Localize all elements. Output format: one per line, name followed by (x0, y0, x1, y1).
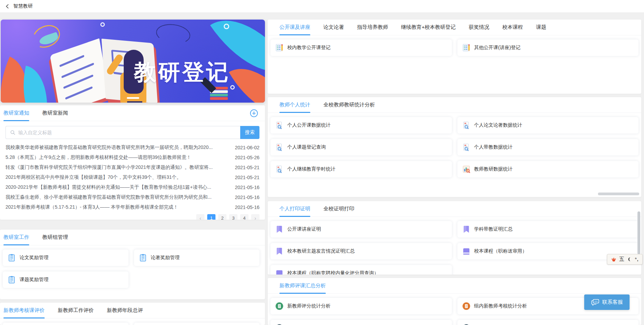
banner-person-legs (127, 101, 142, 103)
scrollbar-thumb[interactable] (637, 211, 640, 254)
card-project-query[interactable]: 个人课题登记查询 (270, 139, 452, 155)
card-label: 个人带教数据统计 (474, 144, 513, 150)
input-method-toolbar[interactable]: 五 °, (607, 254, 643, 265)
notice-date: 2021-06-02 (235, 145, 259, 150)
scrollbar-thumb[interactable] (598, 193, 639, 195)
crescent-moon-icon[interactable] (627, 257, 632, 262)
tab-assessment-lesson-eval[interactable]: 新教师考核课评价 (3, 303, 45, 318)
print-tabbar: 个人打印证明 全校证明打印 (268, 201, 641, 217)
notice-date: 2021-05-16 (235, 185, 259, 190)
tab-review-summary[interactable]: 新教师评课汇总分析 (279, 278, 326, 293)
search-input[interactable] (18, 130, 236, 135)
tab-personal-print[interactable]: 个人打印证明 (279, 201, 310, 217)
wubi-mode-indicator[interactable]: 五 (619, 256, 624, 263)
tab-open-class-lecture[interactable]: 公开课及讲座 (279, 20, 310, 35)
open-class-panel: 公开课及讲座 论文论著 指导培养教师 继续教育+校本教研登记 获奖情况 校本课程… (268, 20, 641, 94)
tab-group-management[interactable]: 教研组管理 (42, 230, 68, 245)
carousel-indicator[interactable] (127, 97, 139, 99)
card-internal-open-class[interactable]: 校内教学公开课登记 (270, 39, 452, 56)
next-page-button[interactable]: › (251, 214, 259, 220)
notice-item[interactable]: 2020-2021学年【新教师考核】需提交材料的补充通知——关于【教育教学经验总… (5, 182, 259, 192)
card-label: 课题奖励管理 (20, 277, 48, 283)
tab-awards[interactable]: 获奖情况 (469, 20, 489, 35)
punctuation-mode-indicator[interactable]: °, (635, 257, 639, 262)
tab-school-stats[interactable]: 全校教师教研统计分析 (323, 97, 375, 113)
card-speech-certificate[interactable]: 校本教研主题发言情况证明汇总 (270, 243, 452, 259)
topbar: 智慧教研 (0, 0, 644, 12)
add-notice-icon[interactable] (250, 109, 258, 117)
tab-school-print[interactable]: 全校证明打印 (323, 201, 354, 217)
card-label: 论著奖励管理 (151, 255, 180, 261)
notice-date: 2021-05-21 (235, 175, 259, 180)
page-button-1[interactable]: 1 (207, 214, 215, 220)
notice-date: 2021-05-26 (235, 155, 259, 160)
card-lecture-certificate[interactable]: 公开课讲座证明 (270, 221, 452, 237)
tab-continuing-education[interactable]: 继续教育+校本教研登记 (401, 20, 456, 35)
new-teacher-eval-panel: 新教师考核课评价 新教师工作评价 新教师年段总评 (0, 303, 265, 325)
tab-projects[interactable]: 课题 (536, 20, 546, 35)
card-open-class-stats[interactable]: 个人公开课数据统计 (270, 117, 452, 134)
doc-magnifier-icon (275, 143, 284, 151)
card-partial[interactable] (270, 320, 452, 325)
card-paper-award[interactable]: 论文奖励管理 (3, 249, 129, 266)
chat-bubbles-icon (591, 299, 599, 306)
card-continuing-ed-hours[interactable]: 个人继续教育学时统计 (270, 161, 452, 177)
notice-date: 2021-05-16 (235, 205, 259, 210)
eval-cards (0, 318, 265, 325)
card-label: 校本课程（职称送审用） (474, 248, 527, 254)
checklist-pencil-icon (275, 44, 284, 52)
card-label: 教师教研数据统计 (474, 166, 513, 172)
card-partial[interactable] (134, 323, 260, 325)
back-icon[interactable] (5, 4, 10, 9)
tab-papers[interactable]: 论文论著 (323, 20, 344, 35)
notice-item[interactable]: 我校康美华老师被福建教育学院基础教育研究院外语教育研究所聘为第一届研究员，聘期为… (5, 142, 259, 152)
page-button-3[interactable]: 3 (229, 214, 237, 220)
tab-office-work[interactable]: 教研室工作 (3, 230, 29, 245)
card-school-course-score-query[interactable]: 校本课程（职称竞聘校内量化评分用查询） (270, 265, 452, 275)
page-title: 智慧教研 (13, 3, 33, 9)
card-label: 校内教学公开课登记 (287, 45, 331, 51)
card-partial[interactable] (457, 320, 639, 325)
notice-search-row: 搜索 (5, 126, 259, 139)
notice-item[interactable]: 2021年新教师考核课（5.17-5.21）- 体育3人—— 本学年新教师考核课… (5, 202, 259, 212)
contact-support-button[interactable]: 联系客服 (584, 294, 630, 310)
card-partial[interactable] (3, 323, 129, 325)
card-score-analysis[interactable]: 新教师评分统计分析 (270, 298, 452, 314)
circle-doc-green-icon (275, 302, 284, 310)
paw-icon[interactable] (611, 257, 617, 262)
notice-item[interactable]: 转发《厦门市教育科学研究院关于组织申报厦门市直属中小学2021年度课题的通知》。… (5, 162, 259, 172)
card-other-open-class[interactable]: 其他公开课(讲座)登记 (457, 39, 639, 56)
card-project-award[interactable]: 课题奖励管理 (3, 271, 129, 288)
tab-office-notice[interactable]: 教研室通知 (3, 105, 29, 121)
card-paper-stats[interactable]: 个人论文论著数据统计 (457, 117, 639, 134)
notice-panel: 教研室通知 教研室新闻 搜索 我校康美华老师被福建教育学院基础教育研究院外语教育… (0, 105, 265, 220)
tab-office-news[interactable]: 教研室新闻 (42, 105, 68, 121)
smart-teaching-research-page: 智慧教研 教研登记 (0, 0, 644, 325)
doc-magnifier-icon (275, 165, 284, 173)
card-label: 新教师评分统计分析 (287, 303, 331, 309)
prev-page-button[interactable]: ‹ (196, 214, 204, 220)
doc-magnifier-icon (462, 121, 470, 129)
tab-mentoring[interactable]: 指导培养教师 (357, 20, 388, 35)
card-mentoring-stats[interactable]: 个人带教数据统计 (457, 139, 639, 155)
tab-grade-summary-eval[interactable]: 新教师年段总评 (107, 303, 143, 318)
search-button[interactable]: 搜索 (240, 126, 259, 139)
tab-school-courses[interactable]: 校本课程 (502, 20, 523, 35)
card-label: 个人公开课数据统计 (287, 122, 331, 128)
tab-work-eval[interactable]: 新教师工作评价 (58, 303, 94, 318)
page-button-2[interactable]: 2 (218, 214, 226, 220)
notice-item[interactable]: 2021年两校区初高中共申报并立项【校级课题】70个，其中文科39个、理科31个… (5, 172, 259, 182)
card-label: 论文奖励管理 (20, 255, 48, 261)
contact-label: 联系客服 (602, 299, 623, 305)
notice-item[interactable]: 5.28（本周五）上午9点之前，思明新教师考核材料提交处——请思明39位新教师留… (5, 152, 259, 162)
ribbon-icon (462, 225, 470, 233)
card-teacher-research-stats[interactable]: 教师教研数据统计 (457, 161, 639, 177)
pagination: ‹ 1 2 3 4 › (0, 212, 265, 220)
card-mentoring-certificate[interactable]: 学科带教证明汇总 (457, 221, 639, 237)
tab-personal-stats[interactable]: 教师个人统计 (279, 97, 310, 113)
print-certificates-panel: 个人打印证明 全校证明打印 公开课讲座证明 学科带教证明汇总 校本教研主题发言情… (268, 201, 641, 275)
circle-doc-orange-icon (462, 302, 470, 310)
notice-item[interactable]: 我校王淼生老师、徐小平老师被福建教育学院基础教育研究院数学教育研究所分别聘为研究… (5, 192, 259, 202)
page-button-4[interactable]: 4 (240, 214, 248, 220)
card-monograph-award[interactable]: 论著奖励管理 (134, 249, 260, 266)
